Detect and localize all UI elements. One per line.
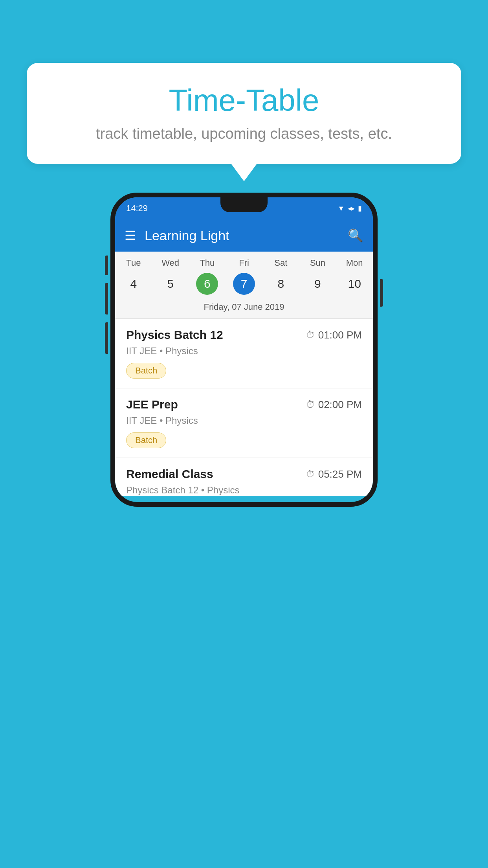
signal-icon: ◂▸: [348, 204, 355, 213]
day-sun[interactable]: Sun: [299, 258, 336, 268]
dates-row: 4 5 6 7 8 9 10: [115, 270, 373, 300]
volume-down-button: [105, 322, 108, 354]
phone-screen: 14:29 ▼ ◂▸ ▮ ☰ Learning Light 🔍 Tue Wed …: [110, 193, 378, 507]
class-time-2: ⏱ 02:00 PM: [306, 399, 362, 411]
date-8[interactable]: 8: [262, 273, 299, 295]
power-button: [380, 279, 383, 307]
class-meta-1: IIT JEE • Physics: [126, 346, 362, 357]
class-name-1: Physics Batch 12: [126, 328, 223, 342]
selected-date-label: Friday, 07 June 2019: [115, 300, 373, 318]
class-item-1-header: Physics Batch 12 ⏱ 01:00 PM: [126, 328, 362, 342]
class-item-1[interactable]: Physics Batch 12 ⏱ 01:00 PM IIT JEE • Ph…: [115, 318, 373, 388]
date-5[interactable]: 5: [152, 273, 189, 295]
search-icon[interactable]: 🔍: [348, 228, 363, 243]
class-item-3[interactable]: Remedial Class ⏱ 05:25 PM Physics Batch …: [115, 458, 373, 496]
class-item-2-header: JEE Prep ⏱ 02:00 PM: [126, 398, 362, 411]
class-time-1: ⏱ 01:00 PM: [306, 329, 362, 341]
bubble-subtitle: track timetable, upcoming classes, tests…: [50, 125, 438, 142]
app-title: Learning Light: [145, 228, 339, 243]
volume-up-button: [105, 283, 108, 314]
day-thu[interactable]: Thu: [189, 258, 226, 268]
class-meta-3: Physics Batch 12 • Physics: [126, 485, 362, 496]
status-time: 14:29: [126, 203, 148, 213]
batch-badge-1: Batch: [126, 363, 166, 379]
date-7-selected[interactable]: 7: [226, 273, 262, 295]
battery-icon: ▮: [358, 204, 362, 213]
bubble-title: Time-Table: [50, 83, 438, 118]
class-name-3: Remedial Class: [126, 467, 213, 481]
day-tue[interactable]: Tue: [115, 258, 152, 268]
date-4[interactable]: 4: [115, 273, 152, 295]
day-wed[interactable]: Wed: [152, 258, 189, 268]
batch-badge-2: Batch: [126, 432, 166, 448]
class-time-3: ⏱ 05:25 PM: [306, 468, 362, 480]
date-9[interactable]: 9: [299, 273, 336, 295]
class-name-2: JEE Prep: [126, 398, 178, 411]
class-meta-2: IIT JEE • Physics: [126, 415, 362, 426]
clock-icon-3: ⏱: [306, 469, 315, 480]
class-item-3-header: Remedial Class ⏱ 05:25 PM: [126, 467, 362, 481]
wifi-icon: ▼: [338, 204, 345, 213]
status-icons: ▼ ◂▸ ▮: [338, 204, 362, 213]
speech-bubble: Time-Table track timetable, upcoming cla…: [27, 63, 461, 164]
phone-mockup: 14:29 ▼ ◂▸ ▮ ☰ Learning Light 🔍 Tue Wed …: [110, 193, 378, 507]
app-header: ☰ Learning Light 🔍: [115, 219, 373, 252]
calendar-strip: Tue Wed Thu Fri Sat Sun Mon 4 5 6 7 8 9 …: [115, 252, 373, 318]
date-10[interactable]: 10: [336, 273, 373, 295]
hamburger-icon[interactable]: ☰: [125, 229, 136, 242]
clock-icon-1: ⏱: [306, 329, 315, 340]
silent-button: [105, 256, 108, 275]
days-header: Tue Wed Thu Fri Sat Sun Mon: [115, 252, 373, 270]
date-6-today[interactable]: 6: [189, 273, 226, 295]
status-bar: 14:29 ▼ ◂▸ ▮: [115, 197, 373, 219]
class-item-2[interactable]: JEE Prep ⏱ 02:00 PM IIT JEE • Physics Ba…: [115, 388, 373, 458]
day-sat[interactable]: Sat: [262, 258, 299, 268]
day-fri[interactable]: Fri: [226, 258, 262, 268]
day-mon[interactable]: Mon: [336, 258, 373, 268]
clock-icon-2: ⏱: [306, 399, 315, 410]
